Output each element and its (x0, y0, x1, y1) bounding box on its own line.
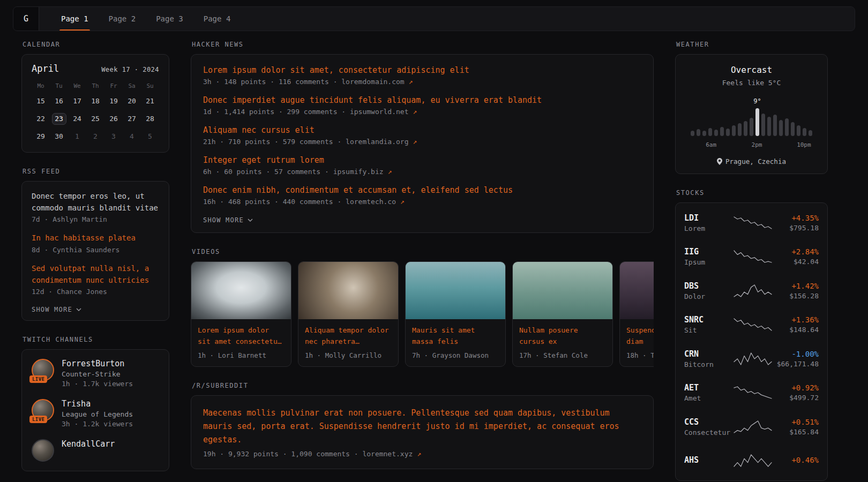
twitch-section: TWITCH CHANNELS LIVE ForrestBurton Count… (21, 336, 169, 471)
weather-time-label: 10pm (797, 141, 811, 148)
weather-time-label: 6am (706, 141, 716, 148)
stock-row[interactable]: AHS +0.46% (684, 444, 819, 478)
rss-item-title[interactable]: Sed volutpat nulla nisl, a condimentum n… (32, 263, 159, 286)
rss-section: RSS FEED Donec tempor eros leo, ut commo… (21, 168, 169, 321)
twitch-channel[interactable]: LIVE Trisha League of Legends 3h · 1.2k … (32, 399, 159, 428)
tab-page-1[interactable]: Page 1 (51, 7, 99, 31)
video-card: Mauris sit amet massa felis 7h · Grayson… (405, 261, 506, 367)
video-thumbnail[interactable] (191, 262, 291, 319)
twitch-channel[interactable]: KendallCarr (32, 439, 159, 462)
weather-location-label: Prague, Czechia (725, 157, 786, 165)
external-link-icon[interactable]: ↗ (409, 78, 413, 86)
video-title[interactable]: Nullam posuere cursus ex (513, 319, 612, 348)
video-title[interactable]: Lorem ipsum dolor sit amet consectetu… (191, 319, 291, 348)
calendar-day: 26 (107, 113, 121, 125)
rss-item[interactable]: Sed volutpat nulla nisl, a condimentum n… (32, 263, 159, 296)
videos-section: VIDEOS Lorem ipsum dolor sit amet consec… (191, 248, 654, 367)
tab-page-4[interactable]: Page 4 (193, 7, 241, 31)
video-meta: 7h · Grayson Dawson (406, 348, 505, 366)
stock-name: Sit (684, 326, 734, 334)
stock-change: -1.00% (777, 350, 819, 358)
external-link-icon[interactable]: ↗ (413, 138, 417, 146)
stock-row[interactable]: IIGIpsum +2.84%$42.04 (684, 240, 819, 274)
rss-item-title[interactable]: In hac habitasse platea (32, 232, 159, 244)
external-link-icon[interactable]: ↗ (387, 168, 392, 176)
video-title[interactable]: Aliquam tempor dolor nec pharetra… (298, 319, 398, 348)
rss-item-title[interactable]: Donec tempor eros leo, ut commodo mauris… (32, 191, 159, 214)
twitch-channel-meta: 3h · 1.2k viewers (62, 420, 133, 428)
stock-row[interactable]: DBSDolor +1.42%$156.28 (684, 274, 819, 308)
calendar-section-title: CALENDAR (23, 41, 169, 48)
external-link-icon[interactable]: ↗ (400, 198, 405, 206)
stock-row[interactable]: CRNBitcorn -1.00%$66,171.48 (684, 342, 819, 376)
external-link-icon[interactable]: ↗ (417, 450, 421, 458)
twitch-channel-name[interactable]: ForrestBurton (62, 359, 133, 368)
hn-item-title[interactable]: Donec enim nibh, condimentum et accumsan… (203, 185, 641, 195)
rss-show-more-button[interactable]: SHOW MORE (32, 306, 81, 313)
stock-row[interactable]: AETAmet +0.92%$499.72 (684, 376, 819, 410)
twitch-channel[interactable]: LIVE ForrestBurton Counter-Strike 1h · 1… (32, 359, 159, 388)
stock-price: $165.84 (789, 428, 819, 436)
weather-bar (720, 127, 724, 136)
stock-sparkline (734, 386, 772, 400)
calendar-dow: We (73, 82, 80, 89)
weather-bar (691, 131, 694, 136)
hn-item-title[interactable]: Lorem ipsum dolor sit amet, consectetur … (203, 65, 641, 75)
stock-symbol: CCS (684, 417, 734, 427)
video-title[interactable]: Mauris sit amet massa felis (406, 319, 505, 348)
stock-change: +4.35% (789, 214, 819, 222)
calendar-day: 17 (70, 95, 85, 107)
video-thumbnail[interactable] (406, 262, 505, 319)
stock-sparkline (734, 216, 772, 230)
stock-change: +0.46% (791, 456, 819, 464)
hn-item-title[interactable]: Integer eget rutrum lorem (203, 155, 641, 165)
calendar-day: 25 (88, 113, 103, 125)
video-title[interactable]: Suspendisse mattis diam (620, 319, 654, 348)
calendar-day-next-month: 3 (107, 131, 121, 142)
subreddit-section-title: /R/SUBREDDIT (192, 382, 654, 389)
stock-price: $499.72 (789, 394, 819, 402)
subreddit-post-title[interactable]: Maecenas mollis pulvinar erat non posuer… (203, 406, 641, 446)
external-link-icon[interactable]: ↗ (413, 108, 417, 116)
stock-symbol: AET (684, 383, 734, 393)
rss-item[interactable]: In hac habitasse platea 8d · Cynthia Sau… (32, 232, 159, 254)
hn-item: Aliquam nec cursus elit 21h · 710 points… (203, 125, 641, 146)
calendar-dow: Sa (128, 82, 135, 89)
rss-item[interactable]: Donec tempor eros leo, ut commodo mauris… (32, 191, 159, 223)
avatar: LIVE (32, 359, 54, 381)
stocks-section-title: STOCKS (676, 189, 828, 197)
stock-name: Ipsum (684, 258, 734, 266)
hn-item-title[interactable]: Donec imperdiet augue tincidunt felis al… (203, 95, 641, 105)
weather-bar (779, 120, 783, 136)
stock-symbol: CRN (684, 349, 734, 359)
avatar: LIVE (32, 399, 54, 421)
video-thumbnail[interactable] (513, 262, 612, 319)
hn-item-title[interactable]: Aliquam nec cursus elit (203, 125, 641, 135)
calendar-day: 30 (52, 131, 66, 142)
stock-name: Consectetur (684, 428, 734, 436)
twitch-channel-name[interactable]: KendallCarr (62, 439, 115, 449)
twitch-channel-game: Counter-Strike (62, 370, 133, 378)
weather-bar (738, 123, 742, 136)
subreddit-section: /R/SUBREDDIT Maecenas mollis pulvinar er… (191, 382, 654, 469)
avatar (32, 439, 54, 462)
middle-column: HACKER NEWS Lorem ipsum dolor sit amet, … (191, 41, 654, 469)
stock-row[interactable]: CCSConsectetur +0.51%$165.84 (684, 410, 819, 444)
calendar-week-year: Week 17 · 2024 (101, 66, 159, 73)
twitch-channel-name[interactable]: Trisha (62, 399, 133, 409)
hn-show-more-button[interactable]: SHOW MORE (203, 216, 253, 224)
live-badge: LIVE (29, 375, 47, 383)
topbar: G Page 1 Page 2 Page 3 Page 4 (13, 6, 855, 31)
video-thumbnail[interactable] (620, 262, 654, 319)
calendar-dow: Fr (110, 82, 117, 89)
tab-page-2[interactable]: Page 2 (99, 7, 146, 31)
tab-page-3[interactable]: Page 3 (146, 7, 193, 31)
calendar-widget: April Week 17 · 2024 Mo Tu We Th Fr Sa S… (21, 54, 169, 153)
stock-row[interactable]: SNRCSit +1.36%$148.64 (684, 308, 819, 342)
video-thumbnail[interactable] (298, 262, 398, 319)
stock-row[interactable]: LDILorem +4.35%$795.18 (684, 206, 819, 240)
twitch-section-title: TWITCH CHANNELS (23, 336, 169, 343)
calendar-day: 29 (34, 131, 48, 142)
videos-row: Lorem ipsum dolor sit amet consectetu… 1… (191, 261, 654, 367)
stock-name: Lorem (684, 224, 734, 232)
